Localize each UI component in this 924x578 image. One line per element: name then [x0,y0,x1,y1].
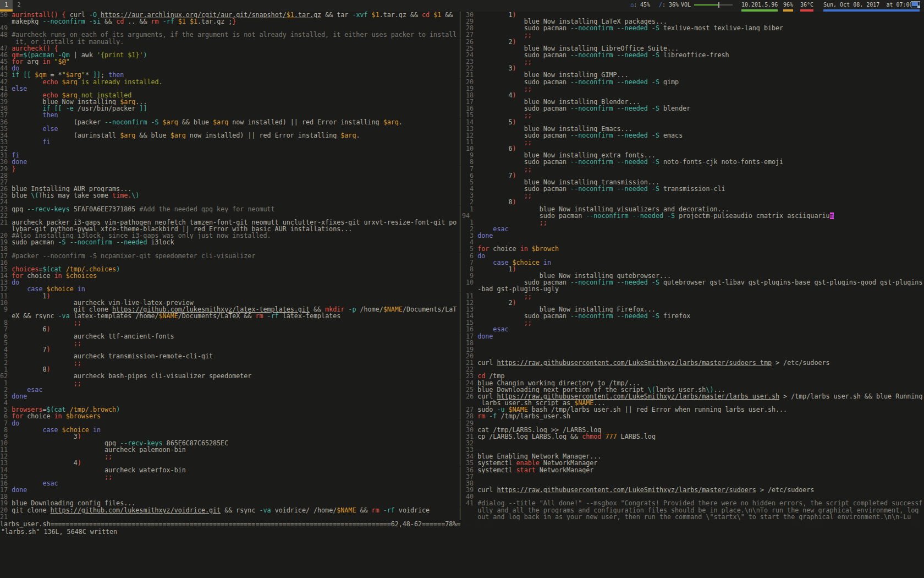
window-separator: | [458,179,462,186]
code-row: 50 aurinstall() { curl -O https://aur.ar… [0,12,458,18]
battery-percent-text: 96% [783,2,793,8]
syntax-segment: ) [513,266,516,272]
line-number: 50 [0,12,12,18]
code-row: 36 (packer --noconfirm -S $arg && blue $… [0,119,458,126]
code-row: 11 aurcheck palemoon-bin [0,446,458,453]
workspace-tag-2[interactable]: 2 [13,0,25,9]
code-row: 24 [0,199,458,205]
syntax-segment: rm [255,313,267,319]
syntax-segment: && [441,12,457,18]
syntax-segment: browsers [12,406,42,413]
syntax-segment: fi [12,152,19,159]
vim-statusline: larbs_user.sh===========================… [0,521,924,528]
window-separator: | [458,293,462,299]
code-row: | 22 3) [458,65,924,72]
code-row: | 31 cp /LARBS.log LARBS.log && chmod 77… [458,433,924,440]
line-number: 3 [0,353,12,359]
syntax-segment: $qm [35,72,46,78]
memory-usage-text: : 45% [634,2,650,8]
statusline-inactive: larbs_user.sh===========================… [0,521,462,528]
window-separator: | [458,172,462,179]
syntax-segment: ;; [105,453,112,460]
code-row: 21 aurcheck packer i3-gaps vim-pathogen … [0,219,458,226]
line-number [462,400,477,406]
syntax-segment: -p [348,306,360,313]
code-row: 10 gpg --recv-keys 865E6C87C65285EC [0,440,458,446]
window-separator: | [458,386,462,393]
syntax-segment: blue Enabling Network Manager... [477,453,601,460]
code-row: 18 [0,493,458,500]
line-number: 14 [462,313,477,319]
line-number: 1 [462,219,477,226]
line-number: 35 [0,126,12,132]
line-number: 36 [462,467,477,473]
line-number: 28 [462,413,477,419]
code-row: | 33 [458,446,924,453]
line-number: 37 [0,112,12,118]
line-number: 9 [0,306,12,313]
slider-knob[interactable] [718,2,719,8]
line-number: 14 [0,272,12,279]
line-number: 20 [0,507,12,514]
syntax-segment: bash /tmp/larbs_user.sh || red Error whe… [528,406,787,413]
window-separator: | [458,246,462,252]
syntax-segment: -bad gst-plugins-ugly [477,286,559,292]
syntax-segment: ) [513,119,516,126]
vim-window-left[interactable]: 50 aurinstall() { curl -O https://aur.ar… [0,12,458,521]
window-separator: | [458,25,462,31]
line-number: 19 [0,239,12,246]
code-row: 47 aurcheck() { [0,45,458,52]
vim-editor[interactable]: 50 aurinstall() { curl -O https://aur.ar… [0,12,924,521]
code-row: 35 else [0,126,458,132]
line-number: 15 [0,473,12,480]
syntax-segment: arg [27,58,42,65]
window-separator: | [458,299,462,306]
syntax-segment: $choice [62,427,93,433]
code-row: | 20 [458,353,924,359]
syntax-segment: in [543,259,551,266]
code-row: | 5 for choice in $browch [458,246,924,252]
line-number: 27 [0,179,12,186]
volume-slider[interactable] [694,0,733,9]
syntax-segment: for [477,246,493,252]
syntax-segment: This may take some [38,192,112,199]
syntax-segment: ; [101,72,108,78]
syntax-segment: blue Changin working directory to /tmp/.… [477,380,640,386]
line-number: 22 [0,212,12,219]
window-separator: | [458,259,462,266]
code-row: | 24 blue Changin working directory to /… [458,380,924,386]
syntax-segment: '{print $1}' [97,52,143,58]
window-separator: | [458,346,462,353]
workspace-tag-1[interactable]: 1 [0,0,13,9]
code-row: 38 if [[ -e /usr/bin/packer ]] [0,105,458,112]
line-number [0,226,12,232]
syntax-segment: = * [46,72,62,78]
code-row: | 10 sudo pacman --noconfirm --needed -S… [458,279,924,286]
syntax-segment: ) [513,145,516,152]
vim-window-right[interactable]: | 30 1)| 29 blue Now installing LaTeX pa… [458,12,924,521]
syntax-segment: cd [116,18,128,25]
line-number: 9 [462,272,477,279]
syntax-segment: --noconfirm --needed -S [570,159,663,165]
monitor-stand [917,6,920,8]
syntax-segment: $choice [46,286,77,292]
code-row: 14 for choice in $choices [0,272,458,279]
code-row: 9 3) [0,433,458,440]
window-separator: | [458,12,462,18]
line-number: 20 [0,232,12,239]
code-row: | 3 done [458,232,924,239]
desktop: 12 ⌂: 45%/: 36%VOL10.201.5.9696%36°CSun,… [0,0,924,578]
window-separator: | [458,373,462,379]
window-separator: | [458,272,462,279]
syntax-segment: $1 [372,12,380,18]
syntax-segment: --recv-keys [27,206,73,212]
code-row: 12 case $choice in [0,286,458,292]
code-row: | 5 blue Now installing transmission... [458,179,924,186]
syntax-segment: aurcheck waterfox-bin [12,467,186,473]
syntax-segment: it, or installs it manually. [12,39,124,45]
syntax-segment: -S --noconfirm --needed [58,239,151,246]
syntax-segment: ;; [105,473,112,480]
line-number: 18 [462,340,477,346]
line-number: 13 [0,460,12,466]
syntax-segment: } [12,166,15,172]
